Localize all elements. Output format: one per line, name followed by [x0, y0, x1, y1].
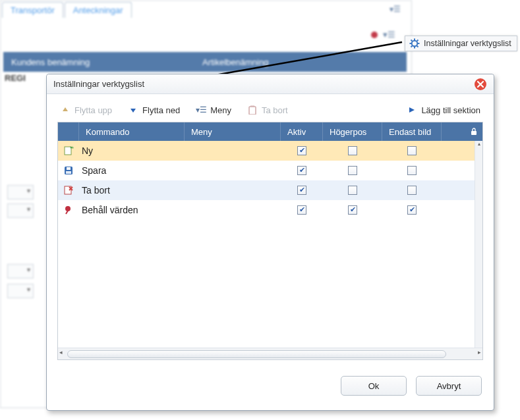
checkbox-aktiv[interactable]: [297, 186, 306, 195]
grid-header-hogerpos[interactable]: Högerpos: [323, 122, 382, 141]
svg-text:+: +: [71, 145, 74, 151]
ok-button[interactable]: Ok: [341, 376, 407, 396]
background-th: Kundens benämning: [11, 57, 202, 67]
add-section-button[interactable]: Lägg till sektion: [407, 105, 480, 115]
move-down-label: Flytta ned: [142, 105, 180, 115]
dialog-toolbar: Flytta upp Flytta ned ▾☰ Meny Ta bort: [57, 101, 483, 122]
background-row-text: REGI: [5, 73, 26, 83]
table-row[interactable]: Behåll värden: [58, 200, 475, 220]
cell-kommando: Ta bort: [79, 185, 185, 196]
svg-rect-12: [249, 107, 256, 115]
svg-point-20: [65, 206, 71, 211]
checkbox-endast-bild[interactable]: [407, 186, 417, 195]
checkbox-hogerpos[interactable]: [348, 186, 357, 195]
cell-kommando: Behåll värden: [79, 205, 185, 215]
delete-label: Ta bort: [262, 105, 288, 115]
checkbox-aktiv[interactable]: [297, 146, 306, 155]
menu-button[interactable]: ▾☰ Meny: [196, 105, 231, 115]
checkbox-hogerpos[interactable]: [348, 205, 357, 215]
row-icon: [58, 205, 79, 215]
grid-header-meny[interactable]: Meny: [185, 122, 281, 141]
gear-icon: [409, 38, 420, 49]
background-dropdown[interactable]: [7, 185, 34, 199]
checkbox-aktiv[interactable]: [297, 166, 306, 175]
grid-body: +NySparaTa bortBehåll värden: [58, 141, 475, 348]
table-row[interactable]: +Ny: [58, 141, 475, 161]
grid-header-aktiv[interactable]: Aktiv: [281, 122, 323, 141]
grid-header: Kommando Meny Aktiv Högerpos Endast bild: [58, 122, 482, 141]
svg-line-9: [417, 40, 419, 41]
move-down-button[interactable]: Flytta ned: [128, 105, 180, 115]
row-icon: +: [58, 145, 79, 156]
add-section-label: Lägg till sektion: [421, 105, 480, 115]
toolbar-settings-dialog: Inställningar verktygslist Flytta upp Fl…: [46, 74, 494, 411]
list-menu-icon[interactable]: ▾☰: [383, 30, 395, 39]
pin-icon[interactable]: [370, 30, 379, 39]
arrow-up-icon: [60, 105, 71, 115]
move-up-label: Flytta upp: [74, 105, 112, 115]
menu-label: Meny: [210, 105, 231, 115]
table-row[interactable]: Spara: [58, 161, 475, 180]
list-options-icon[interactable]: ▾☰: [390, 5, 401, 14]
background-th: Artikelbenämning: [202, 57, 268, 67]
dialog-title: Inställningar verktygslist: [53, 79, 144, 89]
svg-point-1: [412, 41, 418, 47]
background-tab[interactable]: Transportör: [2, 2, 63, 18]
horizontal-scrollbar[interactable]: [58, 348, 482, 359]
horizontal-scroll-thumb[interactable]: [67, 350, 446, 358]
svg-rect-14: [65, 147, 71, 155]
svg-rect-17: [67, 167, 71, 170]
close-icon: [474, 78, 487, 91]
grid-header-kommando[interactable]: Kommando: [79, 122, 185, 141]
dialog-titlebar: Inställningar verktygslist: [47, 74, 494, 94]
settings-callout[interactable]: Inställningar verktygslist: [405, 36, 517, 51]
checkbox-aktiv[interactable]: [297, 205, 306, 215]
grid-header-endast-bild[interactable]: Endast bild: [382, 122, 442, 141]
vertical-scrollbar[interactable]: [475, 141, 482, 348]
checkbox-endast-bild[interactable]: [407, 146, 417, 155]
background-dropdown[interactable]: [7, 203, 34, 218]
table-row[interactable]: Ta bort: [58, 180, 475, 200]
menu-list-icon: ▾☰: [196, 105, 206, 115]
background-table-header: Kundens benämning Artikelbenämning: [3, 52, 407, 72]
background-dropdown[interactable]: [7, 264, 34, 278]
cancel-button[interactable]: Avbryt: [416, 376, 482, 396]
lock-icon[interactable]: [465, 122, 482, 141]
background-tab[interactable]: Anteckningar: [65, 2, 132, 18]
svg-point-0: [371, 32, 378, 38]
delete-button: Ta bort: [247, 105, 288, 115]
grid-header-iconcol: [58, 122, 79, 141]
row-icon: [58, 185, 79, 196]
cell-kommando: Ny: [79, 145, 185, 156]
add-section-icon: [407, 105, 417, 115]
settings-callout-label: Inställningar verktygslist: [424, 39, 511, 48]
svg-line-7: [417, 46, 419, 47]
checkbox-endast-bild[interactable]: [407, 166, 417, 175]
dialog-close-button[interactable]: [474, 78, 487, 91]
checkbox-endast-bild[interactable]: [407, 205, 417, 215]
checkbox-hogerpos[interactable]: [348, 166, 357, 175]
dialog-footer: Ok Avbryt: [47, 367, 494, 405]
cell-kommando: Spara: [79, 165, 185, 176]
background-dropdown[interactable]: [7, 284, 34, 298]
delete-icon: [247, 105, 258, 115]
svg-line-6: [411, 40, 413, 41]
svg-line-8: [411, 46, 413, 47]
svg-rect-18: [66, 171, 71, 174]
svg-line-21: [66, 211, 68, 214]
move-up-button: Flytta upp: [60, 105, 112, 115]
commands-grid: Kommando Meny Aktiv Högerpos Endast bild…: [57, 122, 483, 360]
row-icon: [58, 165, 79, 176]
svg-rect-13: [471, 131, 477, 135]
arrow-down-icon: [128, 105, 138, 115]
checkbox-hogerpos[interactable]: [348, 146, 357, 155]
